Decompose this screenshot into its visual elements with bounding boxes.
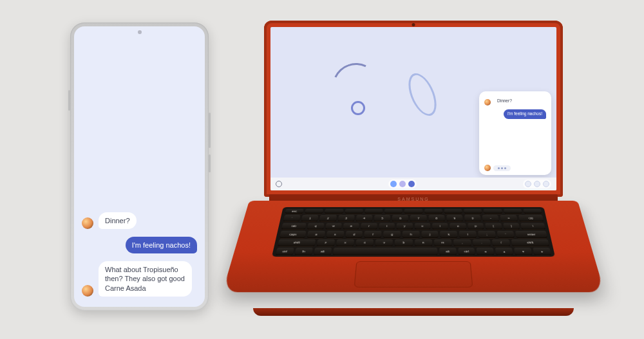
key[interactable] [484,209,502,214]
pen-icon[interactable] [534,181,540,187]
key[interactable] [345,209,363,214]
key[interactable]: 0 [464,215,481,221]
key[interactable]: b [395,239,412,246]
key[interactable]: k [440,231,458,238]
avatar [484,99,491,105]
key[interactable]: a [307,231,325,238]
key[interactable]: i [432,223,448,229]
key[interactable]: d [345,231,363,238]
key[interactable]: caps [279,231,307,238]
phone-message[interactable]: What about Tropisueño then? They also go… [82,261,197,297]
key[interactable]: / [492,239,511,246]
message-bubble-in: Dinner? [493,96,516,105]
key[interactable] [424,209,442,214]
desktop-message[interactable]: Dinner? [484,96,546,105]
touchpad[interactable] [354,261,473,288]
key[interactable]: \ [520,223,545,229]
key[interactable]: [ [485,223,502,229]
key[interactable]: f [365,231,382,238]
key[interactable]: l [459,231,477,238]
key[interactable]: z [316,239,335,246]
key[interactable]: c [355,239,374,246]
key[interactable]: 1 [301,215,319,221]
key[interactable]: 5 [374,215,390,221]
key[interactable]: fn [295,248,313,255]
key[interactable]: shift [278,239,316,246]
key[interactable]: v [375,239,393,246]
key[interactable] [325,209,343,214]
key[interactable]: r [361,223,377,229]
key[interactable]: ; [478,231,496,238]
key[interactable]: enter [515,231,547,238]
avatar [82,217,93,229]
key[interactable]: alt [314,248,332,255]
key[interactable]: 3 [337,215,354,221]
key[interactable] [384,209,402,214]
key[interactable]: m [434,239,452,246]
key[interactable]: y [397,223,413,229]
key[interactable]: ▾ [514,248,532,255]
phone-message[interactable]: I'm feeling nachos! [82,237,197,253]
laptop-device: Dinner? I'm feeling nachos! [249,21,578,314]
key[interactable]: x [336,239,354,246]
key[interactable]: p [468,223,484,229]
key[interactable] [305,209,323,214]
key[interactable]: j [421,231,439,238]
key[interactable]: 8 [428,215,444,221]
key[interactable]: g [383,231,401,238]
key[interactable]: ctrl [458,248,475,255]
key[interactable]: o [450,223,466,229]
key[interactable]: h [402,231,419,238]
key[interactable]: 4 [356,215,373,221]
webcam [412,23,415,26]
key[interactable]: 2 [319,215,336,221]
launcher-icon[interactable] [276,181,282,187]
key[interactable] [333,248,437,255]
key[interactable] [523,209,542,214]
keyboard[interactable]: esc `1234567890-=⌫ tabqwertyuiop[]\ caps… [272,207,555,257]
clock-icon[interactable] [543,181,549,187]
key[interactable]: ' [497,231,515,238]
key[interactable]: 7 [410,215,426,221]
app-icon[interactable] [399,181,406,187]
key[interactable]: . [473,239,491,246]
key[interactable]: n [415,239,432,246]
avatar [82,285,93,297]
key[interactable] [365,209,383,214]
key[interactable]: s [326,231,344,238]
key[interactable]: u [415,223,431,229]
key[interactable]: q [307,223,324,229]
key[interactable]: shift [511,239,549,246]
app-icon[interactable] [390,181,397,187]
key[interactable]: , [453,239,471,246]
key[interactable]: ctrl [276,248,294,255]
key[interactable] [504,209,522,214]
key[interactable] [464,209,482,214]
key[interactable] [404,209,422,214]
key[interactable]: ⌫ [518,215,544,221]
key[interactable]: 6 [392,215,408,221]
shelf-status-area[interactable] [523,179,551,188]
key[interactable]: ▸ [533,248,551,255]
chat-icon[interactable] [525,181,531,187]
desktop-chat-window[interactable]: Dinner? I'm feeling nachos! [479,91,551,175]
key[interactable]: esc [285,209,304,214]
key[interactable]: t [379,223,395,229]
key[interactable]: e [343,223,360,229]
key[interactable] [444,209,462,214]
key[interactable]: = [500,215,518,221]
key[interactable]: alt [439,248,457,255]
key[interactable]: ] [503,223,520,229]
key[interactable]: w [325,223,342,229]
key[interactable]: 9 [446,215,463,221]
key[interactable]: tab [281,223,307,229]
phone-message[interactable]: Dinner? [82,212,197,229]
app-icon[interactable] [408,181,415,187]
phone-screen: Dinner? I'm feeling nachos! What about T… [74,26,205,307]
key[interactable]: ▴ [495,248,513,255]
key[interactable]: ` [283,215,301,221]
key[interactable]: - [482,215,499,221]
key[interactable]: ◂ [477,248,494,255]
laptop-lid: Dinner? I'm feeling nachos! [264,21,563,197]
desktop-message[interactable]: I'm feeling nachos! [484,109,546,118]
